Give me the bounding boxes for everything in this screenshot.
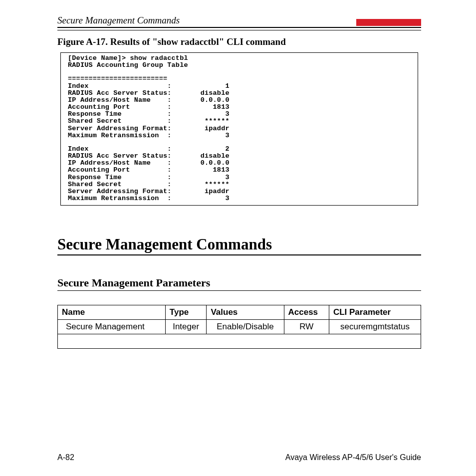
section-heading: Secure Management Commands [57,236,421,255]
cli-row: Response Time : 3 [68,174,411,181]
col-type: Type [165,305,207,320]
page-header-title: Secure Management Commands [57,15,356,26]
cli-row: Response Time : 3 [68,111,411,118]
cell-cli: securemgmtstatus [329,320,421,334]
cli-row: Maximum Retransmission : 3 [68,132,411,139]
cli-row: Accounting Port : 1813 [68,167,411,174]
header-accent-bar [356,19,421,26]
cli-subtitle: RADIUS Accounting Group Table [68,62,411,69]
table-header-row: Name Type Values Access CLI Parameter [58,305,421,320]
header-rule [57,30,421,30]
parameters-table: Name Type Values Access CLI Parameter Se… [57,305,421,349]
page: Secure Management Commands Figure A-17. … [0,0,476,476]
cell-access: RW [284,320,329,334]
footer-page-number: A-82 [57,453,74,462]
cell-type: Integer [165,320,207,334]
cli-row: RADIUS Acc Server Status: disable [68,153,411,160]
cli-row: Index : 1 [68,83,411,90]
col-values: Values [207,305,284,320]
cli-output-box: [Device Name]> show radacctbl RADIUS Acc… [60,52,418,206]
cli-row: Shared Secret : ****** [68,181,411,188]
page-header: Secure Management Commands [57,15,421,28]
cli-row: Server Addressing Format: ipaddr [68,188,411,195]
cell-name: Secure Management [58,320,166,334]
cli-divider: ======================== [68,75,411,82]
col-cli: CLI Parameter [329,305,421,320]
cli-row: Shared Secret : ****** [68,118,411,125]
cli-row: Accounting Port : 1813 [68,104,411,111]
cli-row: IP Address/Host Name : 0.0.0.0 [68,97,411,104]
cli-row: Index : 2 [68,146,411,153]
cli-prompt: [Device Name]> show radacctbl [68,55,411,62]
cell-values: Enable/Disable [207,320,284,334]
cli-row: IP Address/Host Name : 0.0.0.0 [68,160,411,167]
figure-caption: Figure A-17. Results of "show radacctbl"… [57,36,421,47]
page-footer: A-82 Avaya Wireless AP-4/5/6 User's Guid… [57,453,421,462]
col-access: Access [284,305,329,320]
table-row: Secure Management Integer Enable/Disable… [58,320,421,334]
table-blank-row [58,334,421,349]
footer-guide-title: Avaya Wireless AP-4/5/6 User's Guide [285,453,421,462]
cli-row: RADIUS Acc Server Status: disable [68,90,411,97]
col-name: Name [58,305,166,320]
subsection-heading: Secure Management Parameters [57,276,421,291]
cli-row: Maximum Retransmission : 3 [68,195,411,202]
cli-row: Server Addressing Format: ipaddr [68,125,411,132]
